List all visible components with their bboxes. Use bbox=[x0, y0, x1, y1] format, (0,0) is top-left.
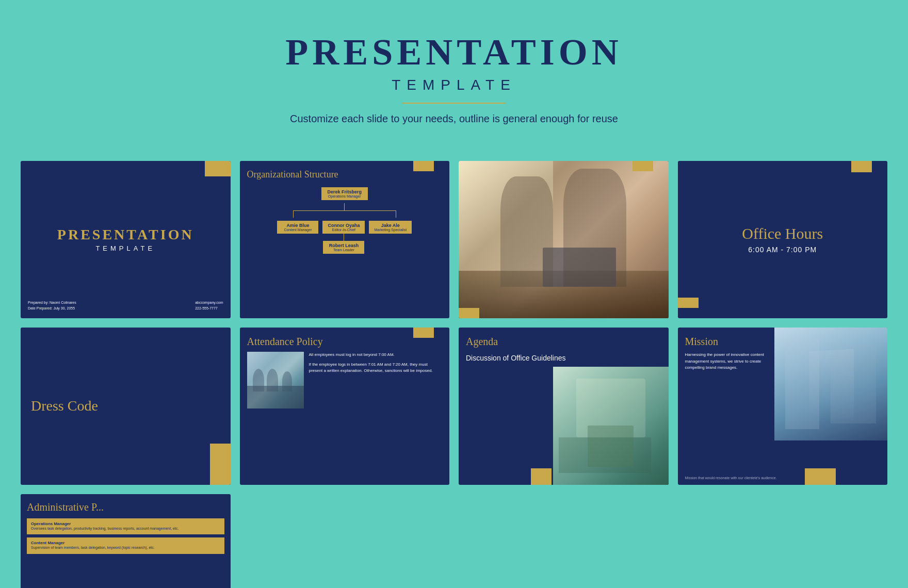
admin-box1-title: Operations Manager bbox=[31, 521, 220, 526]
admin-title: Administrative P... bbox=[27, 501, 224, 513]
photo-bg bbox=[459, 161, 669, 318]
org-box-right: Jake Ale Marketing Specialist bbox=[369, 221, 412, 234]
slide-office-hours[interactable]: Office Hours 6:00 AM - 7:00 PM bbox=[678, 161, 888, 318]
slide1-footer: Prepared by: Naomi Colinares Date Prepar… bbox=[28, 300, 223, 311]
accent-bottom bbox=[678, 298, 699, 308]
accent-right bbox=[210, 444, 231, 485]
slide-administrative[interactable]: Administrative P... Operations Manager O… bbox=[21, 494, 231, 588]
org-line-v-bottom bbox=[344, 234, 344, 241]
org-box-ceo: Derek Fritsberg Operations Manager bbox=[321, 187, 368, 200]
agenda-subtitle: Discussion of Office Guidelines bbox=[466, 353, 661, 364]
accent-decoration bbox=[805, 468, 836, 485]
page-title: PRESENTATION bbox=[10, 31, 898, 74]
accent-decoration bbox=[531, 468, 552, 485]
slide-org-structure[interactable]: Organizational Structure Derek Fritsberg… bbox=[240, 161, 450, 318]
slide1-footer-right: abccompany.com 222-555-7777 bbox=[195, 300, 223, 311]
header-description: Customize each slide to your needs, outl… bbox=[10, 113, 898, 125]
page-header: PRESENTATION TEMPLATE Customize each sli… bbox=[0, 0, 908, 145]
slides-grid: PRESENTATION TEMPLATE Prepared by: Naomi… bbox=[0, 145, 908, 588]
attendance-text: All employees must log in not beyond 7:0… bbox=[309, 352, 443, 409]
slide-attendance[interactable]: Attendance Policy All employees must log… bbox=[240, 328, 450, 485]
admin-box-1: Operations Manager Oversees task delegat… bbox=[27, 518, 224, 535]
attendance-photo bbox=[247, 352, 304, 409]
org-connector bbox=[293, 210, 396, 218]
admin-box1-text: Oversees task delegation, productivity t… bbox=[31, 526, 220, 532]
prepared-by: Prepared by: Naomi Colinares bbox=[28, 300, 76, 305]
slide-mission[interactable]: Mission Harnessing the power of innovati… bbox=[678, 328, 888, 485]
date-prepared: Date Prepared: July 30, 2055 bbox=[28, 305, 76, 311]
attendance-text-1: All employees must log in not beyond 7:0… bbox=[309, 352, 443, 358]
mission-title: Mission bbox=[685, 336, 881, 348]
accent-bottom bbox=[459, 308, 479, 318]
slide1-subtitle: TEMPLATE bbox=[95, 244, 155, 252]
slide-agenda[interactable]: Agenda Discussion of Office Guidelines bbox=[459, 328, 669, 485]
slide1-title: PRESENTATION bbox=[57, 227, 194, 243]
admin-box2-title: Content Manager bbox=[31, 541, 220, 545]
org-box-left: Amie Blue Content Manager bbox=[277, 221, 318, 234]
accent-decoration bbox=[413, 161, 434, 171]
accent-top bbox=[633, 161, 653, 171]
attendance-text-2: If the employee logs in between 7:01 AM … bbox=[309, 362, 443, 375]
org-three-col: Amie Blue Content Manager Connor Oyaha E… bbox=[277, 221, 412, 254]
slide-photo[interactable] bbox=[459, 161, 669, 318]
slide-title[interactable]: PRESENTATION TEMPLATE Prepared by: Naomi… bbox=[21, 161, 231, 318]
phone: 222-555-7777 bbox=[195, 305, 223, 311]
accent-decoration bbox=[413, 328, 434, 338]
person-2 bbox=[563, 169, 626, 287]
header-divider bbox=[402, 103, 506, 104]
dress-code-title: Dress Code bbox=[31, 398, 98, 414]
website: abccompany.com bbox=[195, 300, 223, 305]
slide1-footer-left: Prepared by: Naomi Colinares Date Prepar… bbox=[28, 300, 76, 311]
office-hours-time: 6:00 AM - 7:00 PM bbox=[748, 246, 817, 254]
accent-decoration bbox=[205, 161, 231, 176]
agenda-title: Agenda bbox=[466, 336, 661, 348]
attendance-content: All employees must log in not beyond 7:0… bbox=[247, 352, 443, 409]
mission-footer: Mission that would resonate with our cli… bbox=[685, 476, 777, 480]
slide-dress-code[interactable]: Dress Code bbox=[21, 328, 231, 485]
org-box-center: Connor Oyaha Editor-In-Chief bbox=[322, 221, 365, 234]
mission-text: Harnessing the power of innovative conte… bbox=[685, 352, 773, 371]
org-chart: Derek Fritsberg Operations Manager Amie … bbox=[247, 187, 443, 254]
admin-box-2: Content Manager Supervision of team memb… bbox=[27, 537, 224, 554]
page-subtitle: TEMPLATE bbox=[10, 77, 898, 93]
admin-box2-text: Supervision of team members, task delega… bbox=[31, 545, 220, 551]
accent-top bbox=[851, 161, 872, 172]
person-1 bbox=[500, 176, 553, 286]
org-box-bottom: Robert Leash Team Leader bbox=[323, 241, 364, 254]
office-hours-title: Office Hours bbox=[742, 225, 823, 242]
agenda-photo bbox=[553, 367, 669, 485]
org-line bbox=[344, 203, 345, 210]
